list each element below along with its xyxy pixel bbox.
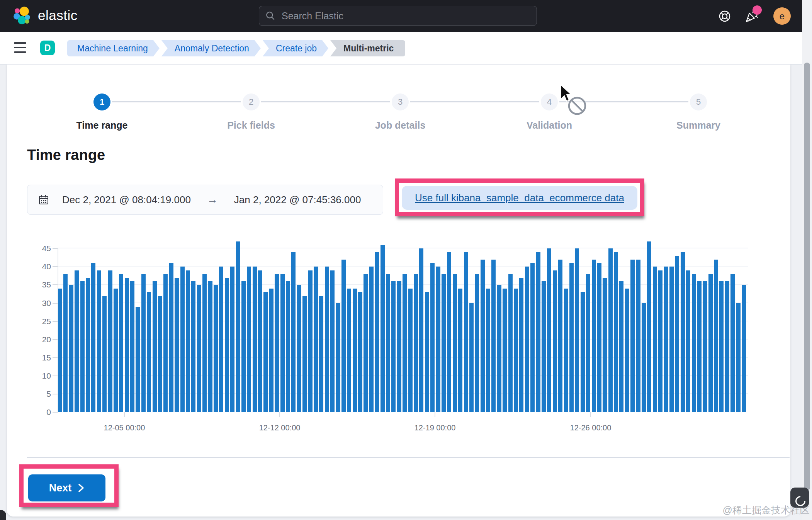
bar	[664, 267, 668, 412]
bar	[469, 303, 474, 412]
search-icon	[265, 11, 275, 21]
start-date[interactable]: Dec 2, 2021 @ 08:04:19.000	[62, 194, 191, 206]
next-button-label: Next	[49, 482, 72, 494]
bar	[169, 263, 173, 412]
scrollbar-thumb[interactable]	[804, 63, 810, 491]
bar	[614, 252, 618, 412]
bar	[269, 289, 273, 412]
bar	[581, 292, 585, 412]
bar	[325, 267, 329, 412]
bar	[553, 270, 557, 412]
bar	[458, 289, 462, 412]
bar	[125, 278, 129, 412]
bar	[491, 260, 496, 412]
bar	[86, 278, 90, 412]
bar	[430, 263, 435, 412]
bar	[503, 289, 507, 412]
search-input[interactable]	[281, 10, 530, 22]
breadcrumb: Machine LearningAnomaly DetectionCreate …	[67, 40, 405, 56]
newsfeed-button[interactable]	[742, 7, 761, 25]
bar	[186, 270, 190, 412]
bar	[58, 289, 62, 412]
y-tick	[53, 248, 58, 249]
bar	[447, 252, 451, 412]
bar	[730, 274, 735, 412]
y-tick	[53, 339, 58, 340]
space-badge[interactable]: D	[40, 41, 55, 55]
y-tick	[53, 357, 58, 358]
bar	[575, 248, 579, 412]
event-rate-chart	[58, 240, 748, 412]
bar	[358, 292, 362, 412]
bar	[425, 292, 429, 412]
bar	[219, 267, 223, 412]
bar	[486, 289, 490, 412]
notification-dot	[753, 5, 762, 15]
bar	[319, 296, 323, 412]
breadcrumb-item-create-job[interactable]: Create job	[263, 40, 328, 56]
bar	[692, 274, 696, 412]
breadcrumb-item-anomaly-detection[interactable]: Anomaly Detection	[161, 40, 261, 56]
bar	[275, 274, 279, 412]
menu-button[interactable]	[14, 42, 26, 53]
help-button[interactable]	[715, 7, 734, 25]
step-summary[interactable]: 5Summary	[640, 93, 756, 131]
bar	[230, 267, 234, 412]
bar	[158, 296, 162, 412]
x-tick	[279, 412, 280, 417]
elastic-logo-icon	[13, 6, 32, 25]
bar	[297, 285, 301, 412]
bar	[391, 281, 396, 412]
y-tick-label: 30	[28, 299, 51, 308]
page-title: Time range	[27, 147, 105, 163]
bar	[703, 281, 707, 412]
step-number: 5	[690, 93, 707, 110]
bar	[80, 281, 85, 412]
step-number: 1	[93, 93, 110, 110]
y-tick	[53, 394, 58, 394]
y-tick	[53, 321, 58, 322]
bar	[353, 289, 357, 412]
next-button[interactable]: Next	[28, 474, 105, 501]
use-full-data-link[interactable]: Use full kibana_sample_data_ecommerce da…	[402, 186, 637, 210]
bar	[414, 274, 418, 412]
bar	[525, 267, 529, 412]
x-tick	[590, 412, 591, 417]
step-validation[interactable]: 4Validation	[491, 93, 607, 131]
bar	[586, 274, 590, 412]
step-time-range[interactable]: 1Time range	[44, 93, 160, 131]
bar	[697, 281, 702, 412]
bar	[558, 260, 562, 412]
bar	[608, 248, 613, 412]
bar	[241, 281, 246, 412]
global-search[interactable]	[259, 6, 537, 26]
elastic-logo[interactable]: elastic	[13, 6, 78, 25]
bar	[75, 270, 79, 412]
bar	[725, 281, 729, 412]
y-tick-label: 0	[28, 408, 51, 417]
end-date[interactable]: Jan 2, 2022 @ 07:45:36.000	[234, 194, 361, 206]
bar	[408, 289, 413, 412]
bar	[141, 274, 146, 412]
bar	[453, 274, 457, 412]
bar	[314, 267, 318, 412]
x-tick-label: 12-26 00:00	[552, 423, 629, 432]
x-tick	[435, 412, 435, 417]
bar	[336, 303, 340, 412]
bar	[642, 303, 646, 412]
bar	[236, 241, 240, 413]
bar	[341, 260, 346, 412]
bar	[153, 281, 157, 412]
bar	[136, 307, 140, 412]
top-navbar: elastic	[0, 0, 802, 32]
step-job-details[interactable]: 3Job details	[342, 93, 458, 131]
life-ring-icon	[718, 10, 731, 23]
time-range-picker[interactable]: Dec 2, 2021 @ 08:04:19.000 → Jan 2, 2022…	[27, 185, 383, 215]
y-tick-label: 25	[28, 317, 51, 326]
bar	[381, 245, 385, 412]
step-pick-fields[interactable]: 2Pick fields	[193, 93, 309, 131]
breadcrumb-item-machine-learning[interactable]: Machine Learning	[67, 40, 160, 56]
bar	[542, 281, 546, 412]
user-avatar[interactable]: e	[773, 7, 791, 25]
avatar-initial: e	[780, 11, 785, 22]
